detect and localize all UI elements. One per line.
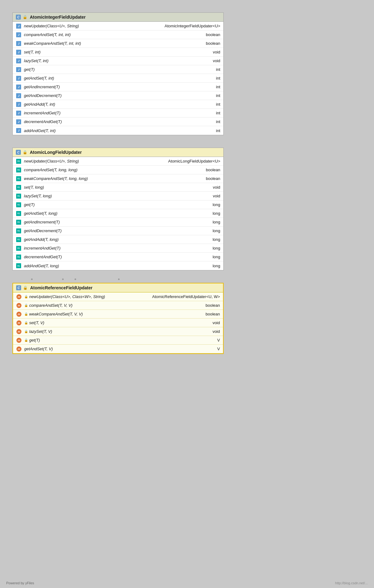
table-row: 01getAndDecrement(T)long xyxy=(13,227,223,235)
method-name: lazySet(T, long) xyxy=(24,194,207,198)
method-icon-blue-j: J xyxy=(16,84,21,90)
class-box-atomic-reference: C🔒AtomicReferenceFieldUpdaterm🔒newUpdate… xyxy=(12,283,224,354)
method-return-type: int xyxy=(210,85,220,89)
method-lock-icon: 🔒 xyxy=(24,330,28,333)
method-return-type: V xyxy=(211,347,220,351)
method-return-type: void xyxy=(207,194,220,198)
method-return-type: void xyxy=(207,50,220,54)
table-row: 01compareAndSet(T, long, long)boolean xyxy=(13,166,223,174)
method-icon-blue-j: J xyxy=(16,110,21,116)
method-return-type: boolean xyxy=(200,32,220,37)
method-name: decrementAndGet(T) xyxy=(24,119,210,124)
method-return-type: AtomicLongFieldUpdater<U> xyxy=(162,159,220,163)
method-return-type: int xyxy=(210,119,220,124)
method-icon-cyan-01: 01 xyxy=(16,202,21,208)
method-name: getAndSet(T, int) xyxy=(24,76,210,80)
method-icon-cyan-01: 01 xyxy=(16,246,21,251)
method-name: set(T, V) xyxy=(29,320,206,325)
method-name: get(T) xyxy=(24,67,210,72)
table-row: 01lazySet(T, long)void xyxy=(13,192,223,200)
class-header-atomic-reference: C🔒AtomicReferenceFieldUpdater xyxy=(13,283,223,292)
method-icon-cyan-01: 01 xyxy=(16,237,21,242)
method-icon-blue-j: J xyxy=(16,67,21,72)
method-icon-blue-j: J xyxy=(16,128,21,133)
method-name: compareAndSet(T, V, V) xyxy=(29,303,199,308)
method-icon-blue-j: J xyxy=(16,23,21,29)
method-return-type: AtomicReferenceFieldUpdater<U, W> xyxy=(146,294,220,299)
table-row: 01newUpdater(Class<U>, String)AtomicLong… xyxy=(13,157,223,166)
method-return-type: int xyxy=(210,102,220,107)
table-row: 01incrementAndGet(T)long xyxy=(13,244,223,253)
header-lock-icon: 🔒 xyxy=(23,286,28,290)
method-return-type: boolean xyxy=(199,303,220,308)
method-return-type: AtomicIntegerFieldUpdater<U> xyxy=(158,24,220,28)
table-row: 01decrementAndGet(T)long xyxy=(13,253,223,261)
table-row: JaddAndGet(T, int)int xyxy=(13,126,223,135)
table-row: JlazySet(T, int)void xyxy=(13,57,223,65)
method-name: compareAndSet(T, long, long) xyxy=(24,168,200,172)
method-name: decrementAndGet(T) xyxy=(24,255,206,259)
method-return-type: long xyxy=(206,220,220,224)
method-icon-cyan-01: 01 xyxy=(16,228,21,234)
table-row: 01getAndSet(T, long)long xyxy=(13,209,223,218)
table-row: JgetAndSet(T, int)int xyxy=(13,74,223,83)
method-icon-cyan-01: 01 xyxy=(16,211,21,216)
table-row: 01set(T, long)void xyxy=(13,183,223,192)
diagram-container: C🔒AtomicIntegerFieldUpdaterJnewUpdater(C… xyxy=(6,6,368,360)
class-icon: C xyxy=(16,150,21,155)
method-icon-cyan-01: 01 xyxy=(16,158,21,164)
method-icon-cyan-01: 01 xyxy=(16,219,21,225)
method-name: weakCompareAndSet(T, V, V) xyxy=(29,312,199,316)
method-return-type: long xyxy=(206,264,220,268)
method-icon-blue-j: J xyxy=(16,119,21,125)
method-icon-orange-m: m xyxy=(16,329,22,334)
class-icon: C xyxy=(16,285,21,290)
method-name: getAndAdd(T, int) xyxy=(24,102,210,107)
method-icon-cyan-01: 01 xyxy=(16,193,21,199)
method-return-type: boolean xyxy=(199,312,220,316)
method-return-type: int xyxy=(210,111,220,115)
table-row: JgetAndAdd(T, int)int xyxy=(13,100,223,109)
table-row: 01weakCompareAndSet(T, long, long)boolea… xyxy=(13,174,223,183)
method-name: weakCompareAndSet(T, long, long) xyxy=(24,176,200,181)
class-box-atomic-long: C🔒AtomicLongFieldUpdater01newUpdater(Cla… xyxy=(12,148,224,270)
method-name: getAndAdd(T, long) xyxy=(24,237,206,242)
method-return-type: int xyxy=(210,76,220,80)
table-row: 01addAndGet(T, long)long xyxy=(13,261,223,270)
method-icon-orange-m: m xyxy=(16,320,22,326)
method-name: getAndIncrement(T) xyxy=(24,85,210,89)
method-return-type: long xyxy=(206,246,220,250)
method-return-type: int xyxy=(210,93,220,98)
method-icon-cyan-01: 01 xyxy=(16,167,21,173)
method-name: set(T, int) xyxy=(24,50,207,54)
class-header-atomic-long: C🔒AtomicLongFieldUpdater xyxy=(13,148,223,157)
method-lock-icon: 🔒 xyxy=(24,304,28,307)
table-row: 01get(T)long xyxy=(13,200,223,209)
method-name: getAndIncrement(T) xyxy=(24,220,206,224)
table-row: m🔒compareAndSet(T, V, V)boolean xyxy=(13,301,223,310)
method-return-type: long xyxy=(206,237,220,242)
method-return-type: void xyxy=(207,185,220,190)
method-name: getAndDecrement(T) xyxy=(24,228,206,233)
table-row: m🔒get(T)V xyxy=(13,336,223,345)
table-row: mgetAndSet(T, V)V xyxy=(13,345,223,353)
method-name: addAndGet(T, int) xyxy=(24,128,210,133)
method-icon-orange-m: m xyxy=(16,294,22,300)
method-icon-blue-j: J xyxy=(16,76,21,81)
method-icon-blue-j: J xyxy=(16,32,21,38)
header-lock-icon: 🔒 xyxy=(23,15,27,19)
method-icon-blue-j: J xyxy=(16,102,21,107)
method-return-type: void xyxy=(206,320,220,325)
table-row: 01getAndAdd(T, long)long xyxy=(13,235,223,244)
method-lock-icon: 🔒 xyxy=(24,295,28,298)
method-icon-orange-m: m xyxy=(16,338,22,343)
table-row: JnewUpdater(Class<U>, String)AtomicInteg… xyxy=(13,22,223,30)
method-icon-cyan-01: 01 xyxy=(16,176,21,181)
table-row: m🔒weakCompareAndSet(T, V, V)boolean xyxy=(13,310,223,319)
table-row: JgetAndIncrement(T)int xyxy=(13,83,223,91)
method-lock-icon: 🔒 xyxy=(24,312,28,316)
class-name: AtomicLongFieldUpdater xyxy=(30,150,82,155)
method-icon-orange-m: m xyxy=(16,311,22,317)
method-name: set(T, long) xyxy=(24,185,207,190)
method-icon-blue-j: J xyxy=(16,58,21,64)
